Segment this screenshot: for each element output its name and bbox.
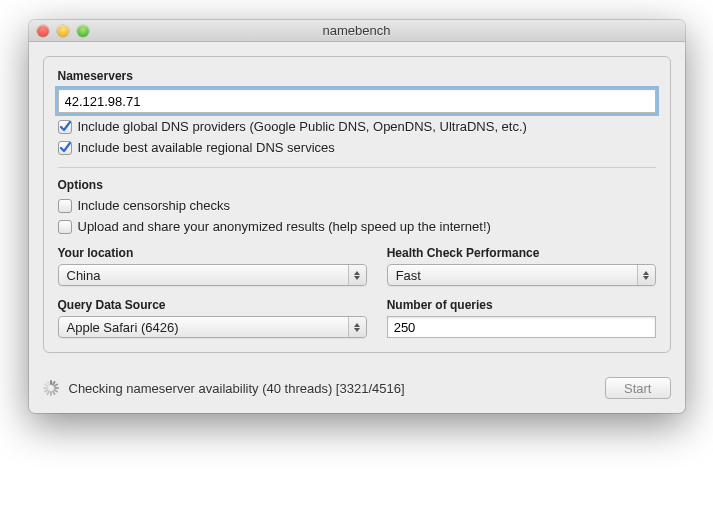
traffic-lights [29,25,89,37]
source-select[interactable]: Apple Safari (6426) [58,316,367,338]
upload-checkbox[interactable] [58,220,72,234]
censorship-row[interactable]: Include censorship checks [58,198,656,213]
source-value: Apple Safari (6426) [67,320,179,335]
location-label: Your location [58,246,367,260]
upload-row[interactable]: Upload and share your anonymized results… [58,219,656,234]
main-panel: Nameservers Include global DNS providers… [43,56,671,353]
chevron-updown-icon [637,265,655,285]
titlebar: namebench [29,20,685,42]
status-text: Checking nameserver availability (40 thr… [69,381,596,396]
location-value: China [67,268,101,283]
chevron-updown-icon [348,265,366,285]
health-label: Health Check Performance [387,246,656,260]
censorship-checkbox[interactable] [58,199,72,213]
spinner-icon [43,380,59,396]
include-global-row[interactable]: Include global DNS providers (Google Pub… [58,119,656,134]
footer: Checking nameserver availability (40 thr… [29,367,685,413]
include-regional-checkbox[interactable] [58,141,72,155]
window-title: namebench [29,23,685,38]
chevron-updown-icon [348,317,366,337]
location-select[interactable]: China [58,264,367,286]
start-button[interactable]: Start [605,377,670,399]
zoom-icon[interactable] [77,25,89,37]
include-regional-label: Include best available regional DNS serv… [78,140,335,155]
queries-label: Number of queries [387,298,656,312]
include-global-checkbox[interactable] [58,120,72,134]
censorship-label: Include censorship checks [78,198,230,213]
app-window: namebench Nameservers Include global DNS… [29,20,685,413]
health-select[interactable]: Fast [387,264,656,286]
close-icon[interactable] [37,25,49,37]
minimize-icon[interactable] [57,25,69,37]
content-area: Nameservers Include global DNS providers… [29,42,685,367]
include-global-label: Include global DNS providers (Google Pub… [78,119,527,134]
nameservers-input[interactable] [58,89,656,113]
upload-label: Upload and share your anonymized results… [78,219,491,234]
nameservers-label: Nameservers [58,69,656,83]
health-value: Fast [396,268,421,283]
options-label: Options [58,178,656,192]
queries-input[interactable] [387,316,656,338]
include-regional-row[interactable]: Include best available regional DNS serv… [58,140,656,155]
divider [58,167,656,168]
source-label: Query Data Source [58,298,367,312]
